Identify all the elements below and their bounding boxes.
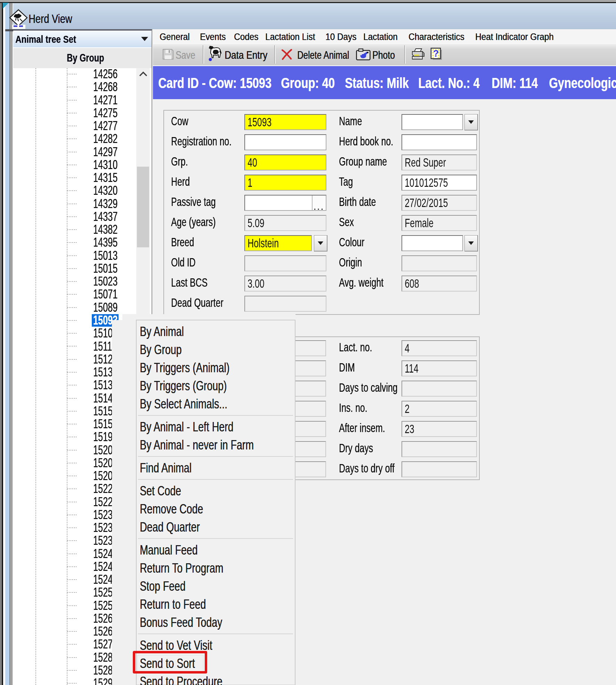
- svg-text:?: ?: [433, 48, 439, 59]
